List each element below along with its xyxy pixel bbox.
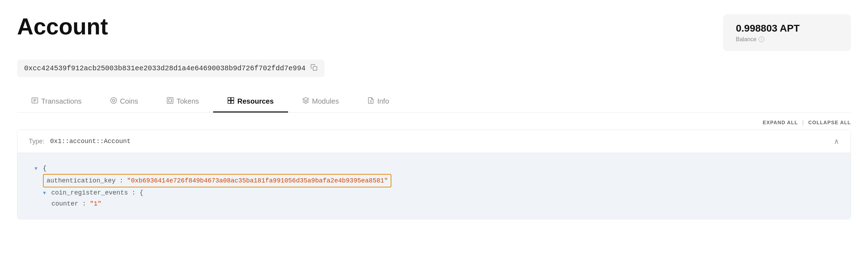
balance-info-icon[interactable]: i (759, 37, 764, 42)
svg-rect-9 (228, 98, 231, 100)
tab-transactions-label: Transactions (41, 97, 82, 105)
expand-collapse-row: EXPAND ALL | COLLAPSE ALL (17, 120, 851, 125)
header-row: Account 0.998803 APT Balance i (17, 14, 851, 51)
page-container: Account 0.998803 APT Balance i 0xcc42453… (0, 0, 868, 219)
header-left: Account (17, 14, 108, 39)
auth-key-row: authentication_key : "0xb6936414e726f849… (34, 174, 834, 188)
expand-all-button[interactable]: EXPAND ALL (763, 120, 798, 125)
info-icon (367, 97, 374, 106)
collapse-arrow[interactable]: ▼ (34, 166, 37, 171)
tab-resources-label: Resources (237, 97, 273, 105)
tab-coins-label: Coins (120, 97, 138, 105)
type-label: Type: (29, 138, 44, 145)
tab-transactions[interactable]: Transactions (17, 91, 96, 113)
resources-icon (227, 97, 234, 106)
balance-card: 0.998803 APT Balance i (723, 14, 851, 51)
json-open-brace: ▼ { (34, 163, 834, 174)
coins-icon (110, 97, 117, 106)
address-box: 0xcc424539f912acb25003b831ee2033d28d1a4e… (17, 60, 325, 77)
svg-point-5 (110, 98, 116, 104)
resource-body: ▼ { authentication_key : "0xb6936414e726… (17, 153, 851, 219)
coin-register-row: ▼ coin_register_events : { (34, 187, 834, 198)
collapse-all-button[interactable]: COLLAPSE ALL (808, 120, 851, 125)
resource-header: Type: 0x1::account::Account ∧ (17, 130, 851, 153)
svg-rect-8 (169, 99, 172, 102)
tab-resources[interactable]: Resources (213, 91, 288, 113)
tab-modules[interactable]: Modules (288, 91, 353, 113)
svg-rect-11 (228, 101, 231, 104)
counter-row: counter : "1" (34, 198, 834, 209)
coin-register-arrow[interactable]: ▼ (43, 190, 46, 196)
balance-amount: 0.998803 APT (736, 23, 838, 34)
tab-tokens[interactable]: Tokens (152, 91, 213, 113)
address-text: 0xcc424539f912acb25003b831ee2033d28d1a4e… (24, 64, 305, 72)
tab-info[interactable]: Info (353, 91, 403, 113)
chevron-up-icon[interactable]: ∧ (834, 137, 839, 146)
tab-modules-label: Modules (312, 97, 339, 105)
resource-section: Type: 0x1::account::Account ∧ ▼ { authen… (17, 130, 851, 219)
separator: | (802, 120, 804, 125)
tokens-icon (167, 97, 174, 106)
copy-icon[interactable] (310, 64, 318, 73)
auth-key-value: "0xb6936414e726f849b4673a08ac35ba181fa99… (127, 177, 388, 184)
transactions-icon (31, 97, 38, 106)
tab-coins[interactable]: Coins (96, 91, 152, 113)
resource-header-left: Type: 0x1::account::Account (29, 138, 131, 145)
svg-rect-12 (231, 101, 234, 104)
modules-icon (302, 97, 309, 106)
svg-rect-7 (167, 98, 173, 104)
tabs-row: Transactions Coins Tokens (17, 91, 851, 113)
balance-label: Balance i (736, 36, 838, 43)
svg-rect-0 (313, 67, 317, 71)
address-row: 0xcc424539f912acb25003b831ee2033d28d1a4e… (17, 60, 851, 77)
auth-key-field: authentication_key (47, 177, 115, 184)
svg-point-6 (112, 99, 115, 102)
page-title: Account (17, 14, 108, 39)
tab-info-label: Info (377, 97, 389, 105)
auth-key-highlighted: authentication_key : "0xb6936414e726f849… (43, 174, 391, 188)
counter-value: "1" (90, 200, 101, 207)
svg-rect-10 (231, 98, 234, 100)
tab-tokens-label: Tokens (177, 97, 199, 105)
type-value: 0x1::account::Account (50, 138, 131, 145)
